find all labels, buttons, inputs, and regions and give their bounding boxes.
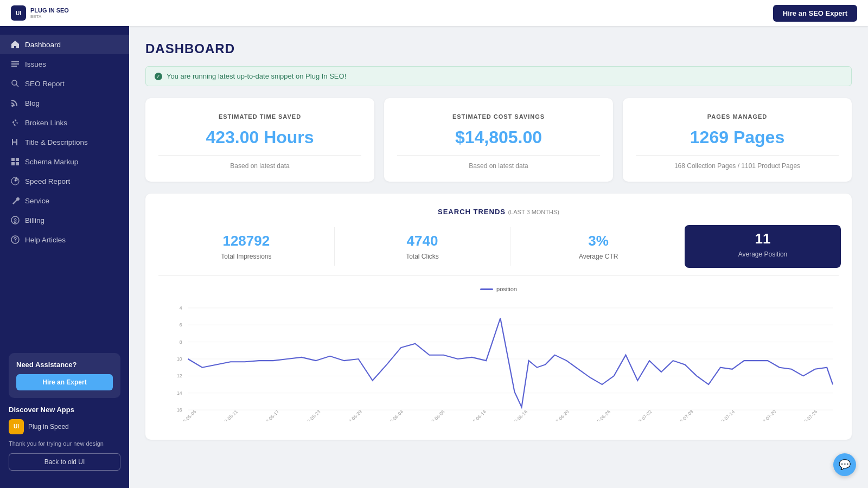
- metric-total-impressions: 128792 Total Impressions: [158, 227, 335, 266]
- home-icon: [11, 40, 20, 49]
- svg-text:2022-05-17: 2022-05-17: [259, 409, 280, 421]
- metric-avg-position: 11 Average Position: [685, 225, 841, 268]
- sidebar-item-billing[interactable]: Billing: [0, 210, 129, 230]
- speed-icon: [11, 177, 20, 185]
- logo-icon: UI: [11, 5, 26, 21]
- alert-message: You are running latest up-to-date snippe…: [167, 72, 346, 80]
- metric-clicks-label: Total Clicks: [340, 253, 505, 260]
- metric-ctr-label: Average CTR: [516, 253, 681, 260]
- svg-text:10: 10: [177, 356, 182, 362]
- svg-text:2022-06-04: 2022-06-04: [384, 409, 405, 421]
- metric-impressions-value: 128792: [164, 233, 329, 249]
- sidebar-item-dashboard[interactable]: Dashboard: [0, 35, 129, 54]
- svg-text:2022-06-26: 2022-06-26: [590, 409, 611, 421]
- app-item-plug-in-speed: UI Plug in Speed: [9, 419, 120, 434]
- help-icon: [11, 235, 20, 244]
- page-title: DASHBOARD: [145, 41, 852, 56]
- svg-text:2022-06-16: 2022-06-16: [508, 409, 529, 421]
- metric-impressions-label: Total Impressions: [164, 253, 329, 260]
- svg-text:2022-07-14: 2022-07-14: [714, 409, 736, 421]
- chat-bubble-button[interactable]: 💬: [833, 453, 856, 476]
- sidebar-item-speed-report[interactable]: Speed Report: [0, 171, 129, 191]
- metric-position-label: Average Position: [690, 251, 835, 258]
- issues-icon: [11, 60, 20, 68]
- search-icon: [11, 79, 20, 88]
- stat-card-cost-savings-sub: Based on latest data: [397, 162, 600, 170]
- svg-text:2022-07-20: 2022-07-20: [756, 409, 777, 421]
- back-to-old-ui-button[interactable]: Back to old UI: [9, 453, 120, 471]
- top-header: UI PLUG IN SEO BETA Hire an SEO Expert: [0, 0, 868, 26]
- sidebar-item-seo-report[interactable]: SEO Report: [0, 74, 129, 93]
- assistance-card: Need Assistance? Hire an Expert: [9, 353, 120, 398]
- wrench-icon: [11, 196, 20, 205]
- svg-text:14: 14: [177, 390, 182, 396]
- alert-bar: You are running latest up-to-date snippe…: [145, 66, 852, 86]
- stat-cards-row: ESTIMATED TIME SAVED 423.00 Hours Based …: [145, 98, 852, 182]
- svg-text:2022-05-11: 2022-05-11: [218, 409, 239, 421]
- stat-card-cost-savings: ESTIMATED COST SAVINGS $14,805.00 Based …: [384, 98, 613, 182]
- logo-text-block: PLUG IN SEO BETA: [30, 7, 69, 19]
- thank-you-text: Thank you for trying our new design: [9, 440, 120, 448]
- stat-card-time-saved-value: 423.00 Hours: [158, 127, 361, 147]
- sidebar-bottom: Need Assistance? Hire an Expert Discover…: [0, 344, 129, 479]
- alert-check-icon: [155, 73, 162, 80]
- svg-text:2022-07-08: 2022-07-08: [673, 409, 694, 421]
- metric-ctr-value: 3%: [516, 233, 681, 249]
- stat-card-time-saved-sub: Based on latest data: [158, 162, 361, 170]
- main-layout: Dashboard Issues SEO Report Blog Broken …: [0, 26, 868, 488]
- chart-area: position .grid-line { stroke: #e8e8e8; s…: [158, 286, 839, 427]
- trends-subtitle: (LAST 3 MONTHS): [508, 209, 559, 215]
- trends-metrics: 128792 Total Impressions 4740 Total Clic…: [158, 227, 839, 276]
- sidebar-item-help-articles[interactable]: Help Articles: [0, 230, 129, 249]
- legend-line-icon: [480, 288, 493, 290]
- metric-total-clicks: 4740 Total Clicks: [335, 227, 511, 266]
- app-icon-plug-in-speed: UI: [9, 419, 24, 434]
- svg-text:8: 8: [180, 339, 182, 345]
- svg-text:6: 6: [180, 323, 182, 328]
- sidebar: Dashboard Issues SEO Report Blog Broken …: [0, 26, 129, 488]
- app-name-plug-in-speed: Plug in Speed: [28, 423, 69, 431]
- hire-expert-button[interactable]: Hire an Expert: [16, 374, 113, 390]
- broken-link-icon: [11, 118, 20, 127]
- stat-card-pages-managed: PAGES MANAGED 1269 Pages 168 Collection …: [623, 98, 852, 182]
- stat-card-cost-savings-title: ESTIMATED COST SAVINGS: [397, 113, 600, 120]
- logo-beta: BETA: [30, 14, 69, 19]
- sidebar-item-title-descriptions[interactable]: Title & Descriptions: [0, 132, 129, 152]
- svg-text:2022-05-29: 2022-05-29: [342, 409, 363, 421]
- trends-header: SEARCH TRENDS (LAST 3 MONTHS): [158, 207, 839, 216]
- position-chart: .grid-line { stroke: #e8e8e8; stroke-wid…: [158, 297, 839, 421]
- sidebar-item-broken-links[interactable]: Broken Links: [0, 113, 129, 132]
- svg-text:12: 12: [177, 374, 182, 379]
- stat-card-pages-managed-title: PAGES MANAGED: [636, 113, 839, 120]
- svg-text:2022-05-23: 2022-05-23: [301, 409, 322, 421]
- billing-icon: [11, 216, 20, 224]
- stat-card-time-saved: ESTIMATED TIME SAVED 423.00 Hours Based …: [145, 98, 374, 182]
- discover-title: Discover New Apps: [9, 406, 120, 414]
- main-content: DASHBOARD You are running latest up-to-d…: [129, 26, 868, 488]
- sidebar-item-blog[interactable]: Blog: [0, 93, 129, 113]
- sidebar-item-schema-markup[interactable]: Schema Markup: [0, 152, 129, 171]
- legend-label: position: [496, 286, 517, 292]
- svg-point-0: [12, 80, 17, 85]
- stat-card-time-saved-title: ESTIMATED TIME SAVED: [158, 113, 361, 120]
- discover-section: Discover New Apps UI Plug in Speed Thank…: [9, 406, 120, 471]
- grid-icon: [11, 157, 20, 166]
- metric-clicks-value: 4740: [340, 233, 505, 249]
- assistance-title: Need Assistance?: [16, 361, 113, 369]
- svg-text:4: 4: [180, 305, 182, 311]
- metric-avg-ctr: 3% Average CTR: [510, 227, 687, 266]
- svg-point-2: [11, 105, 14, 107]
- rss-icon: [11, 99, 20, 107]
- logo-area: UI PLUG IN SEO BETA: [11, 5, 69, 21]
- stat-card-cost-savings-value: $14,805.00: [397, 127, 600, 147]
- svg-text:2022-06-08: 2022-06-08: [425, 409, 446, 421]
- trends-title: SEARCH TRENDS: [438, 208, 506, 216]
- stat-card-pages-managed-sub: 168 Collection Pages / 1101 Product Page…: [636, 162, 839, 170]
- svg-text:16: 16: [177, 407, 182, 413]
- sidebar-item-issues[interactable]: Issues: [0, 54, 129, 74]
- svg-text:2022-06-20: 2022-06-20: [549, 409, 570, 421]
- sidebar-item-service[interactable]: Service: [0, 191, 129, 210]
- svg-point-5: [15, 241, 15, 242]
- metric-position-value: 11: [690, 230, 835, 247]
- hire-seo-expert-button[interactable]: Hire an SEO Expert: [773, 5, 857, 22]
